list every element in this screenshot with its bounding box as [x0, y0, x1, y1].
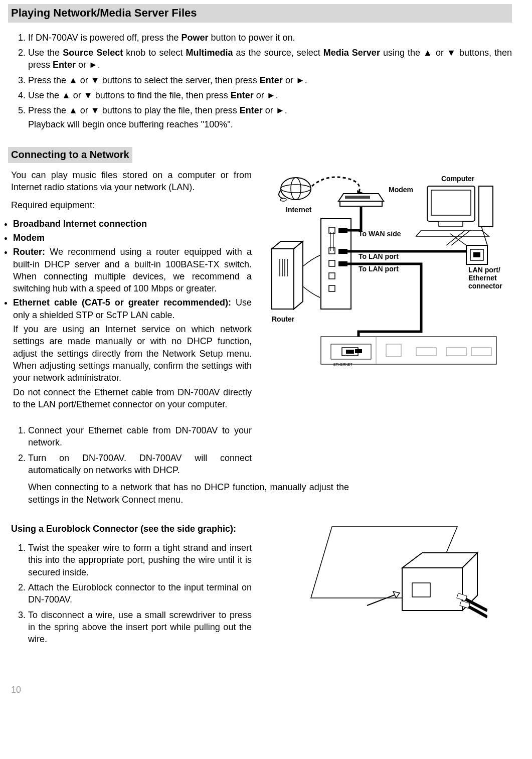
lanport-label1: LAN port/: [468, 266, 500, 274]
section-heading-connecting: Connecting to a Network: [8, 147, 132, 163]
step-1-2: Use the Source Select knob to select Mul…: [28, 47, 512, 71]
required-equipment-list: Broadband Internet connection Modem Rout…: [2, 218, 252, 410]
nic-icon: [466, 245, 487, 264]
svg-rect-9: [439, 221, 463, 226]
svg-rect-14: [329, 227, 335, 233]
svg-rect-5: [340, 201, 382, 206]
step-1-4: Use the ▲ or ▼ buttons to find the file,…: [28, 89, 512, 101]
step-1-5: Press the ▲ or ▼ buttons to play the fil…: [28, 104, 512, 131]
svg-rect-8: [431, 190, 471, 215]
svg-rect-21: [272, 249, 294, 309]
sec2-intro1: You can play music files stored on a com…: [11, 169, 252, 194]
page-number: 10: [11, 684, 512, 696]
internet-label: Internet: [286, 206, 312, 214]
step-1-3: Press the ▲ or ▼ buttons to select the s…: [28, 74, 512, 86]
bullet-ethernet: Ethernet cable (CAT-5 or greater recomme…: [13, 296, 252, 410]
svg-rect-44: [412, 583, 430, 597]
svg-rect-6: [345, 196, 370, 199]
step-1-5b: Playback will begin once buffering reach…: [28, 118, 512, 130]
svg-rect-16: [329, 260, 335, 266]
modem-icon: [338, 194, 384, 206]
lan1-label: To LAN port: [359, 252, 399, 260]
bullet-modem: Modem: [13, 232, 252, 244]
lanport-label2: Ethernet: [468, 274, 497, 282]
svg-rect-30: [473, 252, 480, 257]
euroblock-diagram: [307, 523, 487, 628]
step-2-2: Turn on DN-700AV. DN-700AV will connect …: [28, 452, 252, 477]
network-diagram: Internet Modem Computer: [266, 171, 511, 382]
svg-rect-26: [338, 228, 347, 233]
euroblock-heading: Using a Euroblock Connector (see the sid…: [11, 523, 252, 535]
svg-rect-17: [329, 273, 335, 279]
internet-icon: [279, 178, 311, 201]
lan2-label: To LAN port: [359, 265, 399, 273]
step-3-3: To disconnect a wire, use a small screwd…: [28, 609, 252, 646]
svg-rect-18: [329, 285, 335, 291]
steps-list-3: Twist the speaker wire to form a tight s…: [13, 542, 252, 645]
section-heading-playing: Playing Network/Media Server Files: [8, 4, 512, 23]
step-1-1: If DN-700AV is powered off, press the Po…: [28, 32, 512, 44]
svg-rect-43: [355, 349, 362, 353]
router-3d-icon: [272, 241, 303, 309]
svg-rect-37: [346, 350, 354, 354]
svg-rect-33: [338, 261, 347, 266]
wan-label: To WAN side: [359, 230, 401, 238]
computer-label: Computer: [441, 175, 475, 183]
steps-list-1: If DN-700AV is powered off, press the Po…: [13, 32, 512, 131]
step-3-2: Attach the Euroblock connector to the in…: [28, 581, 252, 606]
svg-point-0: [281, 178, 311, 200]
step-2-2b: When connecting to a network that has no…: [28, 481, 349, 506]
lanport-label3: connector: [468, 282, 502, 290]
sec2-intro2: Required equipment:: [11, 199, 252, 211]
ethernet-port-label: ETHERNET: [333, 363, 352, 366]
dn700av-rear-icon: ETHERNET: [321, 337, 496, 366]
svg-rect-10: [479, 186, 493, 226]
svg-point-1: [291, 178, 301, 200]
step-2-1: Connect your Ethernet cable from DN-700A…: [28, 424, 252, 449]
bullet-router: Router: We recommend using a router equi…: [13, 246, 252, 294]
svg-point-2: [281, 185, 311, 193]
svg-rect-27: [338, 249, 347, 254]
modem-label: Modem: [389, 186, 413, 194]
step-3-1: Twist the speaker wire to form a tight s…: [28, 542, 252, 578]
svg-rect-15: [329, 248, 335, 254]
steps-list-2: Connect your Ethernet cable from DN-700A…: [13, 424, 252, 476]
bullet-broadband: Broadband Internet connection: [13, 218, 252, 230]
router-label: Router: [272, 315, 295, 323]
